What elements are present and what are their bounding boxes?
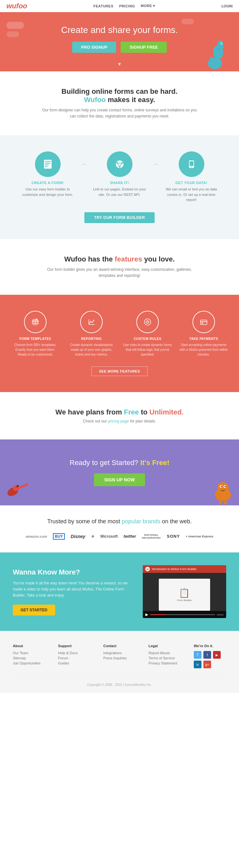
footer-link-guides[interactable]: Guides bbox=[58, 661, 90, 665]
feature-2-title: REPORTING bbox=[67, 337, 116, 341]
footer-link-jobs[interactable]: Job Opportunities bbox=[13, 661, 45, 665]
feature-4-desc: Start accepting online payments with a W… bbox=[179, 342, 229, 357]
brand-amex: + American Express bbox=[186, 535, 213, 538]
play-button-icon[interactable]: ▶ bbox=[145, 612, 148, 617]
trusted-heading: Trusted by some of the most popular bran… bbox=[13, 518, 226, 525]
feature-1-desc: Choose from 300+ templates. Exactly how … bbox=[10, 342, 60, 357]
svg-point-27 bbox=[36, 319, 37, 320]
step-2-desc: Link to our pages. Embed on your site. O… bbox=[91, 187, 149, 197]
nav-logo[interactable]: wufoo bbox=[6, 2, 27, 10]
nav-features[interactable]: FEATURES bbox=[94, 4, 113, 8]
svg-rect-10 bbox=[45, 163, 51, 163]
linkedin-icon[interactable]: in bbox=[194, 660, 202, 668]
video-section: Wanna Know More? You've made it all the … bbox=[0, 552, 239, 631]
svg-point-6 bbox=[222, 43, 223, 44]
svg-rect-9 bbox=[45, 161, 51, 162]
hero-buttons: PRO SIGNUP SIGNUP FREE bbox=[6, 41, 233, 53]
step-3: GET YOUR DATA! We can email or text you … bbox=[163, 151, 220, 203]
feature-2-desc: Create dynamic visualizations made up of… bbox=[67, 342, 116, 357]
footer-col-social: We're On it. T f ▶ in g+ bbox=[194, 644, 226, 668]
feature-reporting-icon bbox=[80, 311, 103, 333]
ready-section: Ready to get Started? It's Free! SIGN UP… bbox=[0, 439, 239, 505]
feature-templates-icon bbox=[24, 311, 47, 333]
svg-point-30 bbox=[144, 319, 151, 325]
feature-custom-rules: CUSTOM RULES Use rules to create dynamic… bbox=[123, 311, 172, 357]
footer-link-terms[interactable]: Terms of Service bbox=[149, 656, 181, 660]
nav-pricing[interactable]: PRICING bbox=[119, 4, 135, 8]
footer-link-privacy[interactable]: Privacy Statement bbox=[149, 661, 181, 665]
how-it-works-section: CREATE A FORM! Use our easy form builder… bbox=[0, 135, 239, 239]
nav-more[interactable]: MORE bbox=[141, 4, 155, 8]
googleplus-icon[interactable]: g+ bbox=[204, 660, 211, 668]
plans-description: Check out our pricing page for plan deta… bbox=[26, 419, 213, 424]
free-signup-button[interactable]: SIGNUP FREE bbox=[121, 41, 167, 53]
footer-link-help[interactable]: Help & Docs bbox=[58, 651, 90, 655]
features-intro-section: Wufoo has the features you love. Our for… bbox=[0, 239, 239, 295]
step-arrow-2: → bbox=[152, 159, 159, 168]
hero-dino-decoration bbox=[201, 33, 229, 71]
brand-sony: SONY bbox=[167, 534, 180, 539]
ready-free-highlight: It's Free! bbox=[140, 459, 169, 467]
features-heading-highlight: features bbox=[115, 255, 142, 263]
svg-point-42 bbox=[221, 486, 222, 487]
pricing-page-link[interactable]: pricing page bbox=[108, 419, 130, 424]
footer-col-about: About Our Team Sitemap Job Opportunities bbox=[13, 644, 45, 668]
twitter-icon[interactable]: T bbox=[194, 651, 202, 659]
steps-row: CREATE A FORM! Use our easy form builder… bbox=[13, 151, 226, 203]
intro-brand: Wufoo bbox=[84, 96, 106, 104]
pro-signup-button[interactable]: PRO SIGNUP bbox=[72, 41, 116, 53]
brand-twitter: twitter bbox=[124, 534, 136, 539]
try-form-builder-button[interactable]: TRY OUR FORM BUILDER bbox=[84, 212, 155, 223]
youtube-icon[interactable]: ▶ bbox=[213, 651, 221, 659]
hero-clouds-right bbox=[181, 19, 194, 24]
svg-point-22 bbox=[191, 166, 192, 167]
footer-link-integrations[interactable]: Integrations bbox=[103, 651, 136, 655]
footer-link-sitemap[interactable]: Sitemap bbox=[13, 656, 45, 660]
footer-col-contact: Contact Integrations Press Inquiries bbox=[103, 644, 136, 668]
plans-desc-text: Check out our bbox=[83, 419, 107, 424]
features-grid-section: FORM TEMPLATES Choose from 300+ template… bbox=[0, 295, 239, 392]
feature-reporting: REPORTING Create dynamic visualizations … bbox=[67, 311, 116, 357]
svg-rect-1 bbox=[210, 57, 213, 67]
step-arrow-1: → bbox=[80, 159, 87, 168]
video-title-text: Introduction to Wufoo Form Builder bbox=[152, 567, 196, 571]
ready-left-decoration bbox=[3, 472, 29, 505]
hero-clouds-left bbox=[6, 22, 24, 37]
footer-link-report-abuse[interactable]: Report Abuse bbox=[149, 651, 181, 655]
brand-amazon: amazon.com bbox=[26, 534, 47, 538]
feature-1-title: FORM TEMPLATES bbox=[10, 337, 60, 341]
trusted-heading-end: on the web. bbox=[162, 518, 192, 525]
footer-col-support: Support Help & Docs Forum Guides bbox=[58, 644, 90, 668]
brands-row: amazon.com BUY Disney ● Microsoft twitte… bbox=[13, 533, 226, 539]
scroll-down-arrow[interactable]: ▾ bbox=[6, 61, 233, 71]
feature-3-title: CUSTOM RULES bbox=[123, 337, 172, 341]
step-3-desc: We can email or text you as data comes i… bbox=[163, 187, 220, 203]
footer-columns: About Our Team Sitemap Job Opportunities… bbox=[13, 644, 226, 668]
feature-rules-icon bbox=[136, 311, 159, 333]
footer-bottom: Copyright © 2006 - 2015 | SurveyMonkey I… bbox=[13, 678, 226, 686]
get-started-button[interactable]: GET STARTED bbox=[13, 604, 55, 616]
hero-title: Create and share your forms. bbox=[6, 25, 233, 35]
footer-link-our-team[interactable]: Our Team bbox=[13, 651, 45, 655]
nav-login[interactable]: LOGIN bbox=[221, 4, 233, 8]
brand-circle: ● bbox=[91, 533, 95, 539]
see-more-features-button[interactable]: SEE MORE FEATURES bbox=[91, 367, 147, 376]
video-description: You've made it all the way down here! Yo… bbox=[13, 580, 133, 599]
hero-section: Create and share your forms. PRO SIGNUP … bbox=[0, 12, 239, 71]
svg-rect-45 bbox=[224, 501, 227, 504]
footer-link-press[interactable]: Press Inquiries bbox=[103, 656, 136, 660]
plans-unlimited: Unlimited. bbox=[150, 408, 184, 416]
signup-now-button[interactable]: SIGN UP NOW bbox=[94, 473, 145, 486]
plans-free: Free bbox=[124, 408, 139, 416]
facebook-icon[interactable]: f bbox=[204, 651, 211, 659]
brand-disney: Disney bbox=[71, 534, 85, 539]
footer-link-forum[interactable]: Forum bbox=[58, 656, 90, 660]
video-controls[interactable]: ▶ vimeo bbox=[143, 611, 226, 618]
intro-description: Our form designer can help you create co… bbox=[39, 107, 200, 119]
plans-heading: We have plans from Free to Unlimited. bbox=[26, 408, 213, 416]
video-thumbnail[interactable]: W Introduction to Wufoo Form Builder 📋 F… bbox=[143, 565, 226, 618]
intro-heading: Building online forms can be hard. Wufoo… bbox=[26, 87, 213, 104]
vimeo-logo: vimeo bbox=[217, 613, 223, 616]
feature-payments: TAKE PAYMENTS Start accepting online pay… bbox=[179, 311, 229, 357]
step-3-icon bbox=[179, 151, 204, 177]
